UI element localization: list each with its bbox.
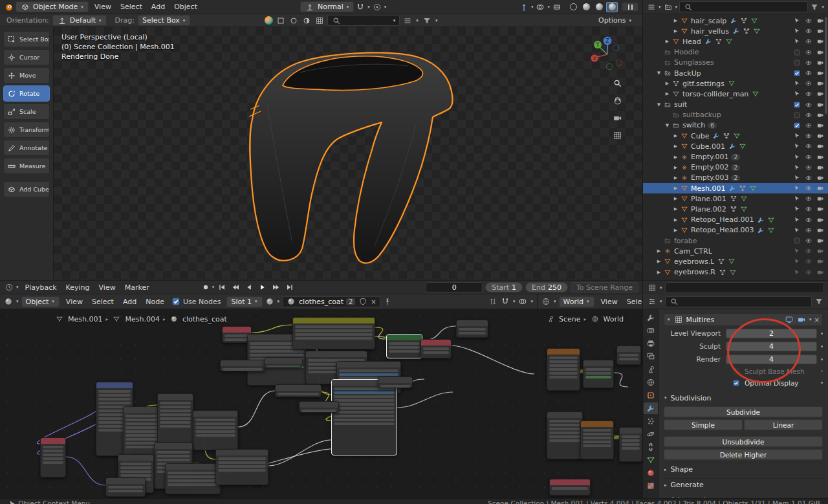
editor-type-icon[interactable] <box>647 296 657 307</box>
render-camera-icon[interactable] <box>815 110 825 120</box>
render-camera-icon[interactable] <box>815 120 825 131</box>
world-type-dropdown[interactable]: World▾ <box>559 296 594 307</box>
expand-arrow[interactable]: ▶ <box>672 186 679 191</box>
outliner-row-suitbackup[interactable]: suitbackup <box>643 110 828 120</box>
tab-modifiers[interactable] <box>644 402 658 414</box>
node[interactable] <box>386 334 422 358</box>
render-camera-icon[interactable] <box>815 193 825 204</box>
simple-button[interactable]: Simple <box>664 419 743 430</box>
prev-keyframe-button[interactable] <box>229 282 242 292</box>
expand-arrow[interactable]: ▶ <box>672 165 679 170</box>
selectable-icon[interactable] <box>792 256 802 267</box>
material-preview-ball-icon[interactable] <box>265 16 273 25</box>
transform-orientation-dropdown[interactable]: Normal▾ <box>300 1 354 12</box>
expand-arrow[interactable]: ▶ <box>664 39 671 44</box>
modifier-header[interactable]: ▾ Multires ▾ × <box>664 313 823 326</box>
current-frame-field[interactable]: 0 <box>426 282 483 292</box>
render-camera-icon[interactable] <box>815 36 825 47</box>
expand-arrow[interactable]: ▼ <box>655 102 662 107</box>
outliner-row-hair-scalp[interactable]: ▶hair_scalp <box>643 16 828 26</box>
list-icon[interactable] <box>402 16 413 26</box>
shader-menu-node[interactable]: Node <box>141 296 169 307</box>
filter-input[interactable] <box>669 283 820 292</box>
animate-dot[interactable] <box>821 345 823 347</box>
exclude-checkbox[interactable] <box>792 110 802 120</box>
properties-search-input[interactable] <box>681 298 808 306</box>
render-camera-icon[interactable] <box>815 58 825 68</box>
node[interactable] <box>547 348 580 391</box>
hide-eye-icon[interactable] <box>803 141 814 151</box>
hide-eye-icon[interactable] <box>803 120 814 131</box>
auto-keyframe-icon[interactable] <box>201 282 211 292</box>
hide-eye-icon[interactable] <box>803 204 814 214</box>
filter-field[interactable] <box>665 282 824 293</box>
orientation-dropdown[interactable]: Default▾ <box>52 15 107 26</box>
nav-gizmo[interactable]: Z Y X <box>589 35 626 71</box>
node-arrange-icon[interactable] <box>488 296 498 307</box>
selectable-icon[interactable] <box>792 141 802 151</box>
expand-arrow[interactable]: ▶ <box>655 248 662 254</box>
viewport-search-field[interactable]: ▾ <box>327 15 400 26</box>
hide-eye-icon[interactable] <box>803 16 814 26</box>
render-camera-icon[interactable] <box>815 183 825 193</box>
tab-physics[interactable] <box>644 428 658 440</box>
shader-menu-select[interactable]: Select <box>87 296 118 307</box>
camera-view-button[interactable] <box>611 111 624 124</box>
material-users-count[interactable]: 2 <box>346 298 355 305</box>
outliner-row-gltf-settings[interactable]: ▶gltf.settings <box>643 78 828 89</box>
expand-arrow[interactable]: ▶ <box>664 81 671 86</box>
hide-eye-icon[interactable] <box>803 26 814 36</box>
outliner-row-hoodie[interactable]: Hoodie <box>643 47 828 58</box>
section-generate[interactable]: ▸Generate <box>664 478 823 491</box>
selectable-icon[interactable] <box>792 204 802 214</box>
pan-hand-button[interactable] <box>611 94 624 107</box>
render-camera-icon[interactable] <box>815 131 825 141</box>
outliner-search-field[interactable] <box>679 1 808 12</box>
fake-user-shield-icon[interactable] <box>358 296 368 307</box>
viewport-3d[interactable]: User Perspective (Local) (0) Scene Colle… <box>54 27 642 280</box>
node[interactable] <box>456 320 488 338</box>
menu-object[interactable]: Object <box>169 1 202 12</box>
world-menu-view[interactable]: View <box>596 296 622 307</box>
selectable-icon[interactable] <box>792 162 802 173</box>
shading-rendered-icon[interactable] <box>606 2 618 12</box>
snap-magnet-icon[interactable] <box>500 296 510 307</box>
end-frame-field[interactable]: End 250 <box>525 282 568 292</box>
render-camera-icon[interactable] <box>815 256 825 267</box>
render-camera-icon[interactable] <box>815 68 825 78</box>
timeline-editor-icon[interactable] <box>4 282 14 292</box>
outliner-row-torso-collider-man[interactable]: ▶torso-collider_man <box>643 89 828 99</box>
filter-grid-icon[interactable] <box>314 16 325 26</box>
node[interactable] <box>264 357 303 367</box>
render-camera-icon[interactable] <box>815 152 825 162</box>
expand-arrow[interactable]: ▶ <box>664 91 671 96</box>
shader-menu-view[interactable]: View <box>61 296 87 307</box>
collar-mesh[interactable] <box>54 27 642 280</box>
hide-eye-icon[interactable] <box>803 131 814 141</box>
timeline-menu-keying[interactable]: Keying <box>61 282 94 293</box>
render-camera-icon[interactable] <box>815 100 825 110</box>
selectable-icon[interactable] <box>792 131 802 141</box>
render-camera-icon[interactable] <box>815 89 825 99</box>
expand-arrow[interactable]: ▼ <box>664 123 671 128</box>
tab-view-layer[interactable] <box>644 351 658 362</box>
animate-dot[interactable] <box>821 370 823 372</box>
selectable-icon[interactable] <box>792 246 802 256</box>
selectable-icon[interactable] <box>792 183 802 193</box>
node[interactable] <box>580 421 614 459</box>
exclude-checkbox[interactable] <box>792 236 802 246</box>
tab-particles[interactable] <box>644 415 658 427</box>
node[interactable] <box>331 379 397 455</box>
tool-select-box[interactable]: Select Box <box>3 31 50 47</box>
mode-selector[interactable]: Object Mode▾ <box>16 1 89 12</box>
selectable-icon[interactable] <box>792 267 802 278</box>
breadcrumb-item[interactable]: Scene <box>559 315 581 323</box>
expand-arrow[interactable]: ▶ <box>672 217 679 223</box>
outliner-row-hair-vellus[interactable]: ▶hair_vellus <box>643 26 828 36</box>
animate-dot[interactable] <box>821 333 823 334</box>
render-camera-icon[interactable] <box>815 26 825 36</box>
use-nodes-checkbox[interactable] <box>171 296 181 307</box>
display-viewport-toggle-icon[interactable] <box>784 314 794 325</box>
linear-button[interactable]: Linear <box>744 419 823 430</box>
hide-eye-icon[interactable] <box>803 236 814 246</box>
